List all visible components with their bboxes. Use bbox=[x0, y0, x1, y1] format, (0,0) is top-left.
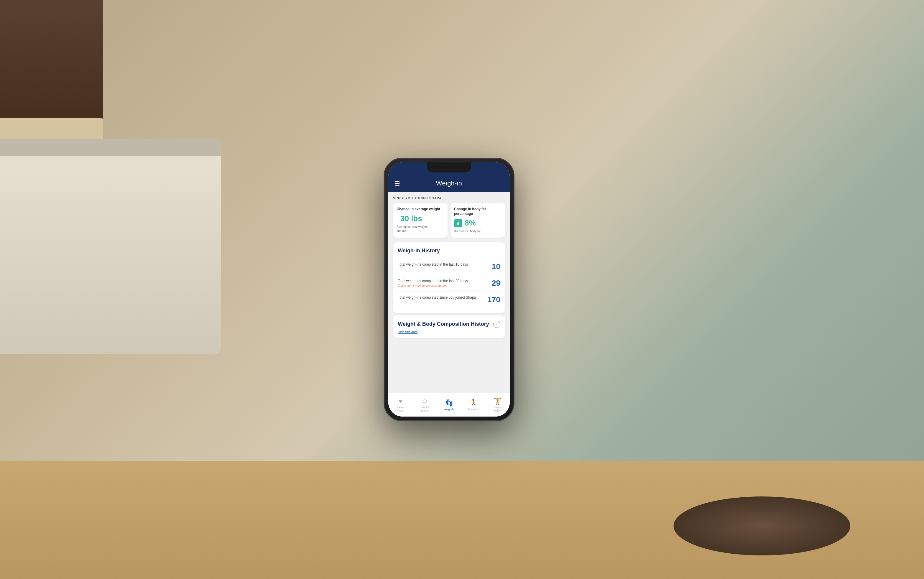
weight-sub: Average current weight: 185 lbs bbox=[397, 225, 444, 233]
bodyfat-value: 8% bbox=[454, 218, 502, 227]
history-row-30days-text: Total weigh-ins completed in the last 30… bbox=[398, 279, 489, 288]
history-30days-sub: That's better than the previous month! bbox=[398, 284, 485, 288]
weight-value: ↓ 30 lbs bbox=[397, 214, 444, 223]
hamburger-menu-icon[interactable]: ☰ bbox=[394, 181, 400, 187]
shapa-activity-icon: 🏋 bbox=[494, 397, 502, 405]
shapa-activity-label: ShapaActivity bbox=[494, 406, 502, 412]
app-content[interactable]: SINCE YOU JOINED SHAPA Change in average… bbox=[388, 192, 510, 393]
mindful-eating-icon: ☺ bbox=[421, 397, 428, 405]
since-label: SINCE YOU JOINED SHAPA bbox=[393, 196, 505, 200]
missions-label: Missions bbox=[468, 408, 479, 411]
weight-change-card: Change in average weight ↓ 30 lbs Averag… bbox=[393, 203, 448, 238]
history-row-10days-text: Total weigh-ins completed in the last 10… bbox=[398, 262, 489, 267]
history-30days-value: 29 bbox=[489, 279, 500, 288]
bodyfat-sub: decrease in body fat bbox=[454, 229, 502, 234]
info-icon[interactable]: i bbox=[493, 321, 500, 328]
history-total-label: Total weigh-ins completed since you join… bbox=[398, 295, 484, 300]
history-row-total-text: Total weigh-ins completed since you join… bbox=[398, 295, 487, 300]
stats-row: Change in average weight ↓ 30 lbs Averag… bbox=[393, 203, 505, 238]
history-card: Weigh-in History Total weigh-ins complet… bbox=[393, 242, 505, 313]
history-row-10days: Total weigh-ins completed in the last 10… bbox=[398, 258, 500, 275]
heart-health-label: HeartHealth bbox=[397, 406, 404, 412]
bodyfat-change-card: Change in body fat percentage 8% bbox=[450, 203, 505, 238]
nav-item-shapa-activity[interactable]: 🏋 ShapaActivity bbox=[486, 397, 510, 412]
history-title: Weigh-in History bbox=[398, 248, 500, 254]
heart-health-icon: ♥ bbox=[399, 397, 403, 405]
history-30days-label: Total weigh-ins completed in the last 30… bbox=[398, 279, 485, 284]
bodyfat-icon bbox=[454, 219, 462, 227]
bodyfat-number: 8% bbox=[464, 218, 476, 227]
bed bbox=[0, 147, 221, 354]
nav-item-mindful-eating[interactable]: ☺ MindfulEating bbox=[412, 397, 437, 412]
wb-card: Weight & Body Composition History i Hide… bbox=[393, 316, 505, 338]
history-total-value: 170 bbox=[487, 295, 500, 304]
phone-notch bbox=[427, 162, 471, 172]
page-title: Weigh-in bbox=[436, 180, 462, 187]
weigh-in-icon: 👣 bbox=[445, 399, 453, 407]
hide-data-link[interactable]: Hide this data bbox=[398, 330, 500, 334]
bodyfat-card-title: Change in body fat percentage bbox=[454, 207, 502, 216]
svg-rect-0 bbox=[457, 224, 459, 225]
wb-header: Weight & Body Composition History i bbox=[398, 321, 500, 328]
history-row-30days: Total weigh-ins completed in the last 30… bbox=[398, 275, 500, 291]
nav-item-weigh-in[interactable]: 👣 Weigh-In bbox=[437, 399, 461, 411]
history-row-total: Total weigh-ins completed since you join… bbox=[398, 291, 500, 308]
nav-item-heart-health[interactable]: ♥ HeartHealth bbox=[388, 397, 412, 412]
scale bbox=[673, 496, 850, 555]
weight-number: 30 lbs bbox=[401, 214, 422, 223]
missions-icon: 🏃 bbox=[469, 399, 477, 407]
history-10days-label: Total weigh-ins completed in the last 10… bbox=[398, 262, 485, 267]
bottom-nav: ♥ HeartHealth ☺ MindfulEating 👣 Weigh-In… bbox=[388, 393, 510, 417]
weigh-in-label: Weigh-In bbox=[444, 408, 454, 411]
phone-screen: ☰ Weigh-in SINCE YOU JOINED SHAPA Change… bbox=[388, 162, 510, 417]
nav-item-missions[interactable]: 🏃 Missions bbox=[461, 399, 485, 411]
phone-device: ☰ Weigh-in SINCE YOU JOINED SHAPA Change… bbox=[384, 158, 514, 421]
down-arrow-icon: ↓ bbox=[397, 216, 399, 222]
wb-title: Weight & Body Composition History bbox=[398, 321, 489, 327]
history-10days-value: 10 bbox=[489, 262, 500, 271]
since-section: SINCE YOU JOINED SHAPA Change in average… bbox=[388, 192, 510, 240]
weight-card-title: Change in average weight bbox=[397, 207, 444, 212]
phone-shell: ☰ Weigh-in SINCE YOU JOINED SHAPA Change… bbox=[384, 158, 514, 421]
mindful-eating-label: MindfulEating bbox=[420, 406, 429, 412]
